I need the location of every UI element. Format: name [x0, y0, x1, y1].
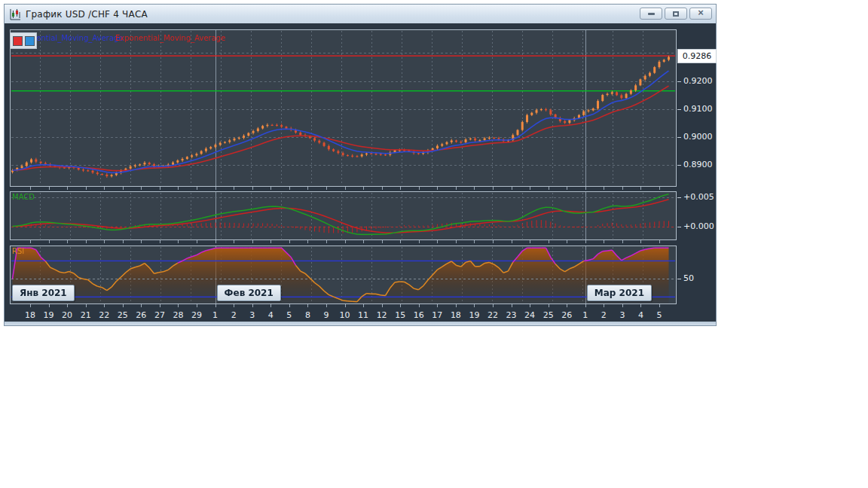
x-axis-tick: [585, 304, 586, 307]
x-axis-tick: [585, 187, 586, 190]
chart-content-area: Exponential_Moving_Average Exponential_M…: [5, 23, 716, 325]
x-axis-tick: [474, 304, 475, 307]
x-axis-tick: [419, 187, 420, 190]
x-axis-tick: [345, 240, 346, 243]
x-axis-tick: [86, 304, 87, 307]
x-axis-tick: [289, 240, 290, 243]
x-axis-tick: [493, 240, 494, 243]
x-axis-tick: [622, 240, 623, 243]
time-axis-label: 19: [465, 310, 483, 320]
x-axis-tick: [234, 304, 234, 307]
x-axis-tick: [567, 304, 567, 307]
x-axis-tick: [437, 187, 438, 190]
minimize-icon: [648, 13, 655, 15]
x-axis-tick: [345, 304, 346, 307]
x-axis-tick: [49, 187, 50, 190]
time-axis-label: 11: [354, 310, 372, 320]
candlestick-chart-icon: [9, 8, 21, 20]
x-axis-tick: [640, 187, 641, 190]
time-axis-label: 3: [243, 310, 261, 320]
time-axis-label: 15: [391, 310, 409, 320]
x-axis-tick: [640, 304, 641, 307]
x-axis-tick: [326, 304, 327, 307]
minimize-button[interactable]: [640, 8, 662, 20]
x-axis-tick: [530, 240, 530, 243]
x-axis-tick: [567, 240, 567, 243]
time-axis-label: 1: [206, 310, 225, 320]
x-axis-tick: [104, 187, 105, 190]
rsi-chart-canvas[interactable]: [10, 246, 677, 304]
time-axis-label: 3: [613, 310, 631, 320]
y-axis-tick: [677, 165, 681, 166]
price-axis-label: 0.9000: [683, 132, 713, 142]
x-axis-tick: [549, 187, 549, 190]
time-axis-label: 19: [40, 310, 58, 320]
window-titlebar[interactable]: График USD /CHF 4 ЧАСА ×: [5, 5, 716, 24]
x-axis-tick: [86, 240, 87, 243]
x-axis-tick: [270, 240, 271, 243]
x-axis-tick: [456, 304, 457, 307]
time-axis-label: 12: [373, 310, 391, 320]
x-axis-tick: [123, 240, 124, 243]
x-axis-tick: [345, 187, 346, 190]
legend-red-swatch-icon: [13, 36, 23, 46]
y-axis-tick: [677, 197, 681, 198]
x-axis-tick: [659, 240, 660, 243]
time-axis-label: 22: [95, 310, 113, 320]
macd-axis-label: +0.005: [683, 192, 714, 202]
x-axis-tick: [382, 304, 383, 307]
time-axis-label: 26: [132, 310, 150, 320]
legend-color-chip: [10, 32, 37, 49]
x-axis-tick: [512, 187, 512, 190]
time-axis-label: 25: [539, 310, 558, 320]
close-icon: ×: [698, 9, 704, 17]
x-axis-tick: [197, 187, 197, 190]
x-axis-tick: [141, 304, 142, 307]
maximize-button[interactable]: [665, 8, 687, 20]
macd-chart-canvas[interactable]: [10, 191, 677, 240]
x-axis-tick: [123, 304, 124, 307]
time-axis-label: 4: [631, 310, 649, 320]
x-axis-tick: [104, 304, 105, 307]
x-axis-tick: [567, 187, 567, 190]
rsi-panel-label: RSI: [12, 247, 24, 255]
price-axis-label: 0.8900: [683, 160, 713, 169]
x-axis-tick: [437, 240, 438, 243]
time-axis-label: 29: [188, 310, 206, 320]
x-axis-tick: [549, 240, 549, 243]
x-axis-tick: [160, 240, 160, 243]
x-axis-tick: [456, 187, 457, 190]
x-axis-tick: [270, 304, 271, 307]
time-axis-label: 26: [558, 310, 576, 320]
month-marker-box: Фев 2021: [217, 285, 281, 301]
x-axis-tick: [178, 187, 179, 190]
x-axis-tick: [474, 240, 475, 243]
time-axis-label: 25: [114, 310, 132, 320]
window-controls: ×: [640, 8, 712, 20]
x-axis-tick: [382, 240, 383, 243]
price-axis-label: 0.9100: [683, 104, 713, 114]
month-marker-box: Янв 2021: [12, 285, 75, 301]
x-axis-tick: [659, 304, 660, 307]
x-axis-tick: [234, 240, 234, 243]
x-axis-tick: [512, 240, 512, 243]
x-axis-tick: [307, 187, 308, 190]
x-axis-tick: [141, 240, 142, 243]
x-axis-tick: [289, 187, 290, 190]
x-axis-tick: [252, 304, 253, 307]
x-axis-tick: [400, 187, 401, 190]
price-chart-canvas[interactable]: [10, 29, 677, 187]
macd-panel-label: MACD: [12, 193, 35, 201]
time-axis-label: 24: [521, 310, 539, 320]
x-axis-tick: [160, 187, 160, 190]
y-axis-tick: [677, 279, 681, 279]
chart-window: График USD /CHF 4 ЧАСА × Exponential_Mov…: [4, 4, 717, 326]
legend-ema-red-label: Exponential_Moving_Average: [115, 34, 225, 42]
time-axis-label: 8: [298, 310, 316, 320]
close-button[interactable]: ×: [689, 8, 712, 20]
y-axis-tick: [677, 81, 681, 82]
x-axis-tick: [622, 304, 623, 307]
x-axis-tick: [622, 187, 623, 190]
x-axis-tick: [419, 240, 420, 243]
window-title: График USD /CHF 4 ЧАСА: [26, 9, 148, 20]
